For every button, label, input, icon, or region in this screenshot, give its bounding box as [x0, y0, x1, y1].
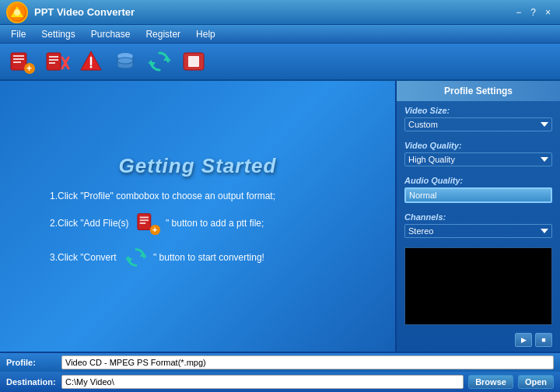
files-button[interactable]: [110, 47, 140, 76]
instruction-2: 2.Click "Add Flie(s) + " button to add a…: [50, 211, 345, 236]
profile-bar: Profile: Video CD - MPEG PS Format(*.mpg…: [0, 352, 560, 372]
menu-register[interactable]: Register: [138, 27, 188, 41]
close-btn[interactable]: ×: [542, 7, 554, 18]
app-logo: [6, 2, 28, 23]
channels-select[interactable]: Stereo Mono: [404, 224, 552, 238]
video-size-section: Video Size: Custom 720x480 640x480 320x2…: [397, 101, 560, 136]
main-layout: Getting Started 1.Click "Profile" combob…: [0, 81, 560, 352]
destination-input[interactable]: [61, 375, 464, 389]
profile-settings-header: Profile Settings: [397, 81, 560, 101]
play-button[interactable]: ▶: [515, 333, 532, 347]
svg-rect-24: [188, 56, 199, 67]
video-size-select[interactable]: Custom 720x480 640x480 320x240: [404, 117, 552, 131]
preview-area: [404, 247, 552, 325]
svg-rect-4: [13, 55, 24, 57]
window-title: PPT Video Converter: [34, 6, 506, 18]
preview-controls: ▶ ■: [397, 330, 560, 350]
svg-rect-11: [49, 59, 58, 61]
destination-label: Destination:: [6, 377, 57, 387]
instructions: 1.Click "Profile" combobox to choose an …: [50, 191, 345, 279]
svg-rect-25: [138, 213, 151, 229]
svg-rect-5: [13, 58, 24, 60]
delete-file-button[interactable]: [42, 47, 72, 76]
svg-rect-9: [47, 53, 61, 70]
channels-label: Channels:: [404, 212, 552, 222]
svg-rect-10: [49, 56, 58, 58]
audio-quality-select[interactable]: Normal High Low: [404, 187, 552, 203]
instruction-3-text-post: " button to start converting!: [153, 252, 264, 263]
instruction-1: 1.Click "Profile" combobox to choose an …: [50, 191, 345, 201]
toolbar: +: [0, 44, 560, 81]
menu-settings[interactable]: Settings: [33, 27, 82, 41]
add-files-button[interactable]: +: [8, 47, 37, 76]
right-panel: Profile Settings Video Size: Custom 720x…: [397, 81, 560, 352]
stop-button[interactable]: [179, 47, 208, 76]
window-controls[interactable]: − ? ×: [513, 7, 554, 18]
add-files-icon: +: [136, 211, 161, 236]
open-button[interactable]: Open: [518, 375, 554, 389]
svg-text:+: +: [26, 63, 32, 74]
title-bar: PPT Video Converter − ? ×: [0, 0, 560, 25]
svg-point-20: [117, 58, 133, 64]
svg-point-2: [14, 9, 20, 16]
video-quality-label: Video Quality:: [404, 141, 552, 150]
clear-button[interactable]: [76, 47, 106, 76]
svg-rect-26: [140, 216, 149, 218]
stop-preview-button[interactable]: ■: [535, 333, 552, 347]
instruction-2-text-post: " button to add a ptt file;: [166, 218, 264, 229]
audio-quality-label: Audio Quality:: [404, 176, 552, 185]
video-size-label: Video Size:: [404, 106, 552, 115]
menu-file[interactable]: File: [3, 27, 33, 41]
profile-select[interactable]: Video CD - MPEG PS Format(*.mpg): [61, 355, 554, 369]
svg-point-17: [90, 66, 93, 68]
channels-section: Channels: Stereo Mono: [397, 208, 560, 243]
instruction-3-text-pre: 3.Click "Convert: [50, 252, 119, 263]
menu-purchase[interactable]: Purchase: [83, 27, 138, 41]
menu-help[interactable]: Help: [188, 27, 223, 41]
instruction-3: 3.Click "Convert " button to start conve…: [50, 245, 345, 270]
instruction-1-text: 1.Click "Profile" combobox to choose an …: [50, 191, 275, 201]
convert-button[interactable]: [145, 47, 174, 76]
profile-label: Profile:: [6, 358, 57, 367]
browse-button[interactable]: Browse: [468, 375, 513, 389]
svg-rect-28: [140, 222, 146, 224]
content-area: Getting Started 1.Click "Profile" combob…: [0, 81, 397, 352]
minimize-btn[interactable]: −: [513, 7, 524, 18]
video-quality-select[interactable]: High Quality Normal Quality Low Quality: [404, 152, 552, 166]
convert-icon: [124, 245, 149, 270]
getting-started-title: Getting Started: [119, 154, 277, 178]
svg-text:+: +: [152, 225, 158, 234]
menu-bar: File Settings Purchase Register Help: [0, 25, 560, 44]
instruction-2-text-pre: 2.Click "Add Flie(s): [50, 218, 131, 229]
svg-rect-12: [49, 62, 55, 64]
help-btn[interactable]: ?: [527, 7, 539, 18]
svg-rect-27: [140, 219, 149, 221]
audio-quality-section: Audio Quality: Normal High Low: [397, 171, 560, 208]
video-quality-section: Video Quality: High Quality Normal Quali…: [397, 136, 560, 171]
svg-rect-6: [13, 61, 21, 63]
destination-bar: Destination: Browse Open: [0, 372, 560, 392]
